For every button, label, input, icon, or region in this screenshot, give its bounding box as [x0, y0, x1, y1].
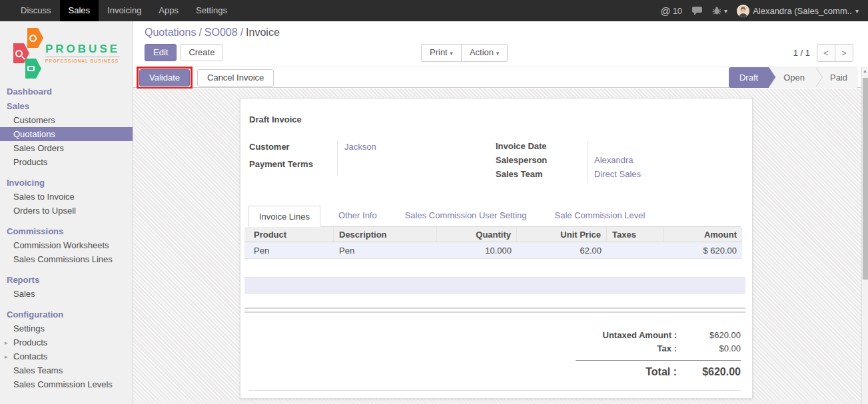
total-separator [576, 360, 741, 361]
logo-title: PROBUSE [45, 43, 120, 55]
salesperson-label: Salesperson [496, 155, 587, 169]
notebook-tabs: Invoice Lines Other Info Sales Commissio… [248, 205, 741, 227]
sidebar-item-label: Contacts [13, 351, 47, 361]
sidebar-item-sales-teams[interactable]: Sales Teams [0, 363, 133, 377]
sidebar-item-quotations[interactable]: Quotations [0, 127, 133, 141]
mention-counter[interactable]: @ 10 [660, 5, 682, 17]
vertical-scrollbar[interactable]: ▲ [861, 67, 868, 404]
sales-team-value-link[interactable]: Direct Sales [587, 169, 735, 183]
sidebar-header-configuration[interactable]: Configuration [0, 307, 133, 321]
breadcrumb-separator: / [238, 27, 246, 38]
action-dropdown[interactable]: Action ▾ [461, 44, 508, 62]
sidebar-header-commissions[interactable]: Commissions [0, 224, 133, 238]
column-amount: Amount [663, 227, 742, 242]
horizontal-scrollbar[interactable] [244, 307, 745, 313]
bug-icon [712, 6, 721, 15]
tab-invoice-lines[interactable]: Invoice Lines [248, 206, 320, 227]
totals-block: Untaxed Amount : $620.00 Tax : $0.00 Tot… [576, 329, 741, 377]
sheet-divider [248, 390, 741, 391]
total-value: $620.00 [685, 364, 741, 380]
chat-icon[interactable] [691, 6, 703, 16]
sidebar-header-sales[interactable]: Sales [0, 99, 133, 113]
sidebar-item-customers[interactable]: Customers [0, 113, 133, 127]
breadcrumb-quotations[interactable]: Quotations [145, 27, 196, 38]
sidebar-header-invoicing[interactable]: Invoicing [0, 175, 133, 190]
sidebar-nav: Dashboard Sales Customers Quotations Sal… [0, 83, 133, 391]
breadcrumb-so008[interactable]: SO008 [205, 27, 238, 38]
print-label: Print [430, 47, 448, 57]
untaxed-amount-row: Untaxed Amount : $620.00 [576, 329, 741, 342]
menu-discuss[interactable]: Discuss [12, 0, 60, 21]
status-draft[interactable]: Draft [729, 67, 769, 88]
tax-row: Tax : $0.00 [576, 342, 741, 355]
sidebar-item-orders-to-upsell[interactable]: Orders to Upsell [0, 204, 133, 218]
cell-taxes [607, 242, 663, 258]
menu-apps[interactable]: Apps [150, 0, 187, 21]
salesperson-value-link[interactable]: Alexandra [587, 155, 735, 169]
create-button[interactable]: Create [180, 44, 223, 61]
column-product: Product [244, 227, 334, 242]
sidebar-item-sales-orders[interactable]: Sales Orders [0, 141, 133, 155]
main-area: Quotations/SO008/Invoice Edit Create Pri… [133, 21, 868, 404]
payment-terms-label: Payment Terms [249, 158, 337, 176]
customer-label: Customer [249, 141, 337, 158]
sidebar-item-sales-to-invoice[interactable]: Sales to Invoice [0, 190, 133, 204]
pager-previous-button[interactable]: < [817, 44, 835, 62]
empty-field-strip [244, 277, 745, 294]
cell-description: Pen [334, 242, 437, 258]
logo-hexagon-gear [22, 28, 43, 48]
sidebar-item-products[interactable]: Products [0, 155, 133, 169]
sidebar-item-config-products[interactable]: ▸Products [0, 335, 133, 349]
invoice-title: Draft Invoice [249, 114, 302, 124]
topbar-menus: Discuss Sales Invoicing Apps Settings [0, 0, 236, 21]
invoice-lines-table: Product Description Quantity Unit Price … [244, 227, 742, 259]
expand-arrow-icon[interactable]: ▸ [5, 352, 8, 362]
sidebar-item-sales-commissions-lines[interactable]: Sales Commissions Lines [0, 252, 133, 266]
field-group-right: Invoice Date Salesperson Alexandra Sales… [496, 141, 735, 183]
scrollbar-thumb[interactable] [863, 78, 868, 280]
column-taxes: Taxes [607, 227, 663, 242]
tab-other-info[interactable]: Other Info [328, 205, 387, 226]
menu-settings[interactable]: Settings [187, 0, 236, 21]
pager-next-button[interactable]: > [835, 44, 853, 62]
field-customer: Customer Jackson [249, 141, 469, 158]
record-buttons: Edit Create [145, 44, 223, 61]
sidebar-header-reports[interactable]: Reports [0, 272, 133, 287]
chevron-down-icon: ▾ [450, 50, 453, 57]
control-panel: Quotations/SO008/Invoice Edit Create Pri… [133, 21, 868, 67]
total-row: Total : $620.00 [576, 364, 741, 377]
user-menu[interactable]: Alexandra (Sales_comm.. ▾ [737, 5, 859, 17]
edit-button[interactable]: Edit [145, 44, 177, 61]
breadcrumb-separator: / [196, 27, 204, 38]
mention-count: 10 [673, 6, 682, 16]
field-payment-terms: Payment Terms [249, 158, 469, 176]
table-row[interactable]: Pen Pen 10.000 62.00 $ 620.00 [244, 242, 742, 259]
sidebar-item-contacts[interactable]: ▸Contacts [0, 349, 133, 363]
sidebar-item-commission-worksheets[interactable]: Commission Worksheets [0, 238, 133, 252]
menu-sales[interactable]: Sales [60, 0, 99, 21]
logo-text: PROBUSE PROFESSIONAL BUSINESS [45, 43, 120, 63]
cancel-invoice-button[interactable]: Cancel Invoice [197, 69, 274, 87]
sidebar-item-settings[interactable]: Settings [0, 321, 133, 335]
print-dropdown[interactable]: Print ▾ [421, 44, 462, 62]
debug-menu[interactable]: ▾ [712, 6, 727, 15]
cell-product: Pen [244, 242, 334, 258]
pager: 1 / 1 < > [793, 44, 853, 62]
column-description: Description [334, 227, 437, 242]
validate-button[interactable]: Validate [139, 69, 190, 87]
tab-sales-commission-user-setting[interactable]: Sales Commission User Setting [395, 205, 537, 226]
column-quantity: Quantity [437, 227, 517, 242]
pager-count: 1 / 1 [793, 48, 810, 58]
scroll-up-arrow-icon[interactable]: ▲ [862, 69, 868, 73]
app-logo: PROBUSE PROFESSIONAL BUSINESS [0, 21, 133, 83]
sidebar-item-sales-commission-levels[interactable]: Sales Commission Levels [0, 377, 133, 391]
sidebar-item-reports-sales[interactable]: Sales [0, 287, 133, 301]
menu-invoicing[interactable]: Invoicing [99, 0, 150, 21]
expand-arrow-icon[interactable]: ▸ [5, 338, 8, 348]
cell-quantity: 10.000 [437, 242, 517, 258]
sidebar-item-dashboard[interactable]: Dashboard [0, 84, 133, 99]
invoice-sheet: Draft Invoice Customer Jackson Payment T… [240, 98, 753, 399]
customer-value-link[interactable]: Jackson [337, 141, 469, 158]
tab-sale-commission-level[interactable]: Sale Commission Level [545, 205, 655, 226]
avatar [737, 5, 749, 17]
